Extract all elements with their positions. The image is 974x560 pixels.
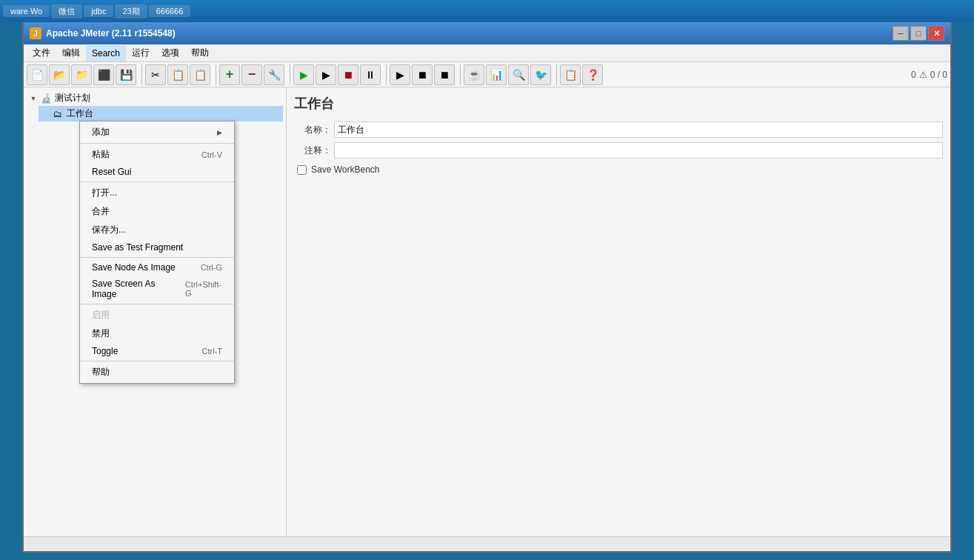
toolbar-remove[interactable]: − [241, 64, 262, 85]
workbench-label: 工作台 [67, 107, 93, 120]
taskbar-item-3[interactable]: jdbc [84, 5, 113, 17]
warning-count: 0 [911, 70, 916, 80]
taskbar-item-2[interactable]: 微信 [51, 4, 82, 19]
toolbar-stop[interactable]: ⏹ [338, 64, 358, 85]
right-panel: 工作台 名称： 注释： Save WorkBench [287, 87, 950, 536]
toolbar-tea[interactable]: ☕ [464, 64, 484, 85]
toolbar-open[interactable]: 📂 [49, 64, 70, 85]
toolbar-remote-start[interactable]: ▶ [390, 64, 410, 85]
comment-row: 注释： [294, 142, 943, 159]
panel-title: 工作台 [294, 95, 943, 113]
toolbar-cut[interactable]: ✂ [145, 64, 166, 85]
ctx-add[interactable]: 添加 [80, 123, 234, 141]
separator-1 [139, 64, 142, 85]
test-plan-label: 测试计划 [55, 92, 90, 104]
toolbar-remote-stop[interactable]: ⏹ [412, 64, 433, 85]
toolbar-run[interactable]: ▶ [293, 64, 314, 85]
ctx-merge[interactable]: 合并 [80, 202, 234, 221]
window-controls: ─ □ ✕ [893, 26, 944, 41]
save-workbench-checkbox[interactable] [297, 165, 307, 175]
name-label: 名称： [294, 124, 331, 136]
ctx-sep-5 [80, 361, 234, 361]
left-panel: ▼ 🔬 测试计划 🗂 工作台 添加 粘贴 Ctrl-V [24, 87, 287, 536]
separator-2 [213, 64, 216, 85]
app-icon: J [30, 27, 41, 39]
menu-search[interactable]: Search [86, 45, 126, 61]
close-button[interactable]: ✕ [928, 26, 944, 41]
toolbar-chart[interactable]: 📊 [486, 64, 507, 85]
toolbar-search[interactable]: 🔍 [508, 64, 529, 85]
ctx-enable: 启用 [80, 306, 234, 324]
save-node-shortcut: Ctrl-G [201, 263, 222, 272]
ctx-paste[interactable]: 粘贴 Ctrl-V [80, 145, 234, 164]
toolbar-bird[interactable]: 🐦 [530, 64, 551, 85]
toolbar-help[interactable]: ❓ [582, 64, 603, 85]
ctx-save-fragment[interactable]: Save as Test Fragment [80, 239, 234, 256]
comment-input[interactable] [334, 142, 943, 159]
expand-icon: ▼ [30, 95, 37, 102]
taskbar-item-1[interactable]: ware Wo [3, 5, 50, 17]
ctx-save-screen-image[interactable]: Save Screen As Image Ctrl+Shift-G [80, 276, 234, 302]
ctx-disable[interactable]: 禁用 [80, 324, 234, 343]
tree-item-workbench[interactable]: 🗂 工作台 [39, 106, 283, 121]
taskbar: ware Wo 微信 jdbc 23期 666666 [0, 0, 974, 22]
ctx-save-node-image[interactable]: Save Node As Image Ctrl-G [80, 259, 234, 276]
ctx-sep-3 [80, 257, 234, 258]
toolbar-save-recent[interactable]: 📁 [71, 64, 92, 85]
toolbar-list[interactable]: 📋 [560, 64, 581, 85]
toolbar-save[interactable]: 💾 [116, 64, 136, 85]
menu-bar: 文件 编辑 Search 运行 选项 帮助 [24, 44, 950, 62]
ctx-open[interactable]: 打开... [80, 184, 234, 202]
ctx-sep-2 [80, 181, 234, 182]
ctx-toggle[interactable]: Toggle Ctrl-T [80, 343, 234, 359]
separator-5 [458, 64, 461, 85]
separator-6 [554, 64, 557, 85]
toolbar-add[interactable]: + [219, 64, 240, 85]
maximize-button[interactable]: □ [910, 26, 927, 41]
menu-file[interactable]: 文件 [27, 45, 56, 61]
toolbar-settings[interactable]: 🔧 [264, 64, 284, 85]
workbench-icon: 🗂 [52, 108, 64, 120]
ctx-save-as[interactable]: 保存为... [80, 221, 234, 239]
menu-options[interactable]: 选项 [156, 45, 185, 61]
taskbar-item-5[interactable]: 666666 [149, 5, 191, 17]
context-menu: 添加 粘贴 Ctrl-V Reset Gui 打开... 合并 [79, 121, 235, 384]
toolbar-shutdown[interactable]: ⏸ [360, 64, 381, 85]
save-screen-shortcut: Ctrl+Shift-G [185, 280, 222, 298]
status-bar [24, 536, 950, 551]
ctx-help[interactable]: 帮助 [80, 363, 234, 381]
toolbar-paste[interactable]: 📋 [190, 64, 210, 85]
taskbar-item-4[interactable]: 23期 [115, 4, 147, 19]
title-bar: J Apache JMeter (2.11 r1554548) ─ □ ✕ [24, 22, 950, 44]
workbench-expand [41, 110, 49, 118]
name-input[interactable] [334, 121, 943, 138]
save-checkbox-row: Save WorkBench [297, 164, 943, 175]
save-workbench-label[interactable]: Save WorkBench [311, 164, 380, 175]
toolbar-counters: 0 ⚠ 0 / 0 [911, 70, 947, 80]
warning-icon: ⚠ [919, 70, 927, 80]
ctx-reset-gui[interactable]: Reset Gui [80, 164, 234, 180]
error-count: 0 / 0 [930, 70, 947, 80]
toggle-shortcut: Ctrl-T [202, 347, 223, 356]
menu-help[interactable]: 帮助 [185, 45, 215, 61]
jmeter-window: J Apache JMeter (2.11 r1554548) ─ □ ✕ 文件… [22, 21, 952, 553]
test-plan-icon: 🔬 [40, 93, 52, 104]
toolbar-record[interactable]: ⬛ [93, 64, 114, 85]
toolbar-run-no-pause[interactable]: ▶ [316, 64, 336, 85]
separator-4 [384, 64, 387, 85]
toolbar-new[interactable]: 📄 [27, 64, 47, 85]
main-content: ▼ 🔬 测试计划 🗂 工作台 添加 粘贴 Ctrl-V [24, 87, 950, 536]
toolbar: 📄 📂 📁 ⬛ 💾 ✂ 📋 📋 + − 🔧 ▶ ▶ ⏹ ⏸ ▶ ⏹ ⏹ ☕ 📊 … [24, 62, 950, 87]
ctx-sep-1 [80, 143, 234, 144]
window-title: Apache JMeter (2.11 r1554548) [46, 28, 893, 39]
separator-3 [287, 64, 290, 85]
ctx-sep-4 [80, 304, 234, 304]
menu-run[interactable]: 运行 [126, 45, 156, 61]
name-row: 名称： [294, 121, 943, 138]
toolbar-copy[interactable]: 📋 [167, 64, 188, 85]
minimize-button[interactable]: ─ [893, 26, 909, 41]
toolbar-remote-stop-all[interactable]: ⏹ [434, 64, 455, 85]
tree-item-test-plan[interactable]: ▼ 🔬 测试计划 [27, 90, 283, 106]
menu-edit[interactable]: 编辑 [56, 45, 86, 61]
paste-shortcut: Ctrl-V [201, 150, 222, 159]
